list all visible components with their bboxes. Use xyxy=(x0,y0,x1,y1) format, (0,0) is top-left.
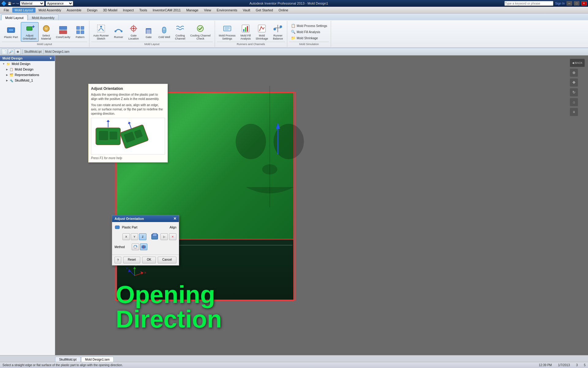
ribbon-btn-mold-process[interactable]: Mold Process Settings xyxy=(217,22,238,42)
ribbon-btn-fill-analysis[interactable]: Mold Fill Analysis xyxy=(238,22,253,42)
panel-dropdown[interactable]: ▼ xyxy=(49,56,52,60)
ribbon-tools-tools: 📋 Mold Process Settings 🔍 Mold Fill Anal… xyxy=(289,22,329,42)
vc-btn-pan[interactable]: ✥ xyxy=(570,78,578,87)
menu-inspect[interactable]: Inspect xyxy=(120,8,136,13)
vc-btn-settings[interactable]: ≡ xyxy=(570,108,578,116)
ribbon-btn-core-cavity[interactable]: Core/Cavity xyxy=(54,22,73,42)
cancel-btn[interactable]: Cancel xyxy=(158,257,176,263)
ribbon-btn-runner-balance[interactable]: Runner Balance xyxy=(271,22,285,42)
vc-btn-back[interactable]: ◀ BACK xyxy=(570,59,585,67)
align-cube-icon xyxy=(150,232,159,241)
tree-item-representations[interactable]: ▶ 🗂️ Representations xyxy=(0,72,55,78)
help-btn[interactable]: ? xyxy=(115,257,121,263)
method-btn-align[interactable] xyxy=(140,243,147,250)
svg-text:M: M xyxy=(45,27,47,30)
menu-view[interactable]: View xyxy=(202,8,214,13)
ribbon-btn-job-manager[interactable]: 📁 Mold Shrinkage xyxy=(289,35,329,41)
menu-mold-assembly[interactable]: Mold Assembly xyxy=(36,8,64,13)
ribbon-btn-examine-results[interactable]: 🔍 Mold Fill Analysis xyxy=(289,29,329,35)
vc-btn-home[interactable]: ⌂ xyxy=(570,98,578,106)
ribbon-btn-shrinkage[interactable]: Mold Shrinkage xyxy=(254,22,270,42)
ribbon-tab-mold-assembly[interactable]: Mold Assembly xyxy=(28,14,58,20)
toolbar-btn-2[interactable]: 🔎 xyxy=(8,49,14,55)
quick-access-undo[interactable]: ↩ xyxy=(13,2,15,5)
svg-rect-31 xyxy=(258,25,266,32)
material-selector[interactable]: Material xyxy=(20,1,44,6)
vc-btn-zoom[interactable]: ⊕ xyxy=(570,68,578,77)
action-btn-2[interactable]: ✕ xyxy=(169,233,176,240)
main-layout: Mold Design ▼ ▼ 📁 Mold Design ▶ 📋 Mold D… xyxy=(0,56,588,359)
search-input[interactable] xyxy=(504,1,553,6)
ribbon-btn-gate-location[interactable]: Gate Location xyxy=(126,22,141,42)
viewport-controls: ◀ BACK ⊕ ✥ ↻ ⌂ ≡ xyxy=(570,59,585,116)
ribbon-group-runners: Auto Runner Sketch Runner Gate Location … xyxy=(89,21,215,47)
ribbon-tab-mold-layout[interactable]: Mold Layout xyxy=(1,14,28,20)
action-btn-1[interactable]: ▷ xyxy=(160,233,168,240)
ribbon-btn-pattern[interactable]: Pattern xyxy=(73,22,87,42)
adjust-orientation-dialog: Adjust Orientation ✕ Plastic Part Align xyxy=(112,215,179,266)
appearance-selector[interactable]: Appearance xyxy=(46,1,73,6)
menu-vault[interactable]: Vault xyxy=(240,8,253,13)
svg-rect-20 xyxy=(146,28,151,29)
ribbon-btn-adjust-orientation[interactable]: Adjust Orientation xyxy=(21,22,39,42)
toolbar-filename: SkullMold.ipt xyxy=(24,50,42,53)
tree-item-skull-mold[interactable]: ▶ 🔩 SkullMold_1 xyxy=(0,78,55,83)
vc-btn-orbit[interactable]: ↻ xyxy=(570,88,578,97)
menu-environments[interactable]: Environments xyxy=(214,8,240,13)
svg-rect-53 xyxy=(110,132,117,140)
menu-3d-model[interactable]: 3D Model xyxy=(100,8,120,13)
x-axis-btn[interactable]: X xyxy=(123,233,130,240)
toolbar-filename2: Mold Design1.iam xyxy=(45,50,70,53)
ribbon-btn-select-material[interactable]: M Select Material xyxy=(39,22,53,42)
title-bar-left: 🔷 💾 ↩ ↪ Material Appearance xyxy=(1,1,73,6)
menu-tools[interactable]: Tools xyxy=(137,8,150,13)
ribbon-btn-gate[interactable]: Gate xyxy=(141,22,156,42)
viewport: X Y Z Opening Direction ◀ BACK ⊕ ✥ ↻ ⌂ ≡… xyxy=(55,56,588,359)
status-bar: Select a straight edge or flat surface o… xyxy=(0,362,588,368)
quick-access-save[interactable]: 💾 xyxy=(8,2,11,5)
tooltip-desc1: Adjusts the opening direction of the pla… xyxy=(91,93,165,101)
menu-assemble[interactable]: Assemble xyxy=(64,8,84,13)
status-clock: 12:39 PM xyxy=(539,363,552,367)
toolbar-btn-3[interactable]: ⊕ xyxy=(15,49,21,55)
dialog-close-btn[interactable]: ✕ xyxy=(173,217,176,221)
title-bar-right: Sign In ─ □ ✕ xyxy=(504,1,587,6)
reset-btn[interactable]: Reset xyxy=(123,257,140,263)
close-btn[interactable]: ✕ xyxy=(581,1,587,6)
status-date: 1/7/2013 xyxy=(558,363,570,367)
method-btn-rotate[interactable] xyxy=(132,243,139,250)
z-axis-btn[interactable]: Z xyxy=(139,233,146,240)
expand-icon-skull: ▶ xyxy=(6,79,8,82)
menu-file[interactable]: File xyxy=(1,8,12,13)
tree-item-mold-design-child[interactable]: ▶ 📋 Mold Design xyxy=(0,67,55,72)
file-tab-mold-design[interactable]: Mold Design1.iam xyxy=(81,357,114,362)
ribbon-btn-set-plot-property[interactable]: 📋 Mold Process Settings xyxy=(289,23,329,29)
ribbon-btn-plastic-part[interactable]: Plastic Part xyxy=(2,22,20,42)
ribbon: Plastic Part Adjust Orientation M Select… xyxy=(0,20,588,48)
minimize-btn[interactable]: ─ xyxy=(567,1,572,6)
ribbon-btn-auto-runner-sketch[interactable]: Auto Runner Sketch xyxy=(91,22,111,42)
ribbon-btn-runner[interactable]: Runner xyxy=(111,22,126,42)
dialog-align-section: Align xyxy=(170,225,176,229)
menu-get-started[interactable]: Get Started xyxy=(253,8,275,13)
ribbon-btn-cold-well[interactable]: Cold Well xyxy=(156,22,172,42)
auto-runner-sketch-icon xyxy=(96,24,106,33)
menu-manage[interactable]: Manage xyxy=(184,8,201,13)
menu-inventorcam[interactable]: InventorCAM 2011 xyxy=(150,8,183,13)
tree-label-representations: Representations xyxy=(15,73,39,77)
menu-design[interactable]: Design xyxy=(85,8,100,13)
ok-btn[interactable]: OK xyxy=(142,257,156,263)
file-tab-skull-mold[interactable]: SkullMold.ipt xyxy=(55,357,81,362)
menu-online[interactable]: Online xyxy=(276,8,291,13)
sign-in-btn[interactable]: Sign In xyxy=(555,2,565,5)
ribbon-btn-cooling-channel[interactable]: Cooling Channel xyxy=(173,22,188,42)
svg-rect-10 xyxy=(77,31,80,34)
menu-mold-layout[interactable]: Mold Layout xyxy=(12,8,36,13)
restore-btn[interactable]: □ xyxy=(574,1,579,6)
y-axis-btn[interactable]: Y xyxy=(131,233,138,240)
tree-item-mold-design-root[interactable]: ▼ 📁 Mold Design xyxy=(0,61,55,67)
quick-access-redo[interactable]: ↪ xyxy=(16,2,19,5)
ribbon-btn-cooling-check[interactable]: Cooling Channel Check xyxy=(188,22,213,42)
dialog-title-bar: Adjust Orientation ✕ xyxy=(112,215,179,222)
toolbar-btn-1[interactable]: 📄 xyxy=(1,49,7,55)
